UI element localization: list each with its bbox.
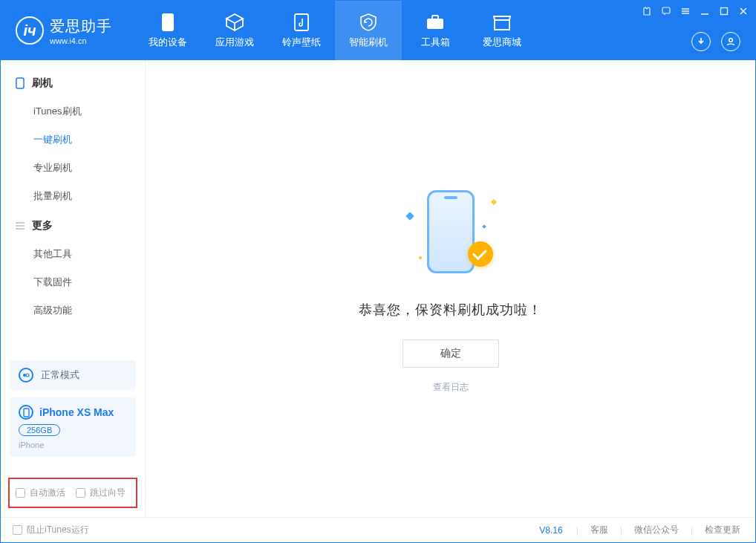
nav-label: 我的设备 bbox=[149, 36, 187, 49]
phone-small-icon bbox=[14, 77, 26, 89]
sidebar-group-more: 更多 bbox=[1, 210, 145, 240]
sidebar-item-itunes-flash[interactable]: iTunes刷机 bbox=[1, 97, 145, 126]
nav-label: 铃声壁纸 bbox=[282, 36, 321, 49]
svg-point-4 bbox=[729, 39, 733, 42]
svg-rect-7 bbox=[16, 78, 24, 88]
ok-button[interactable]: 确定 bbox=[403, 339, 499, 368]
checkbox-auto-activate[interactable]: 自动激活 bbox=[16, 487, 65, 499]
sidebar-item-oneclick-flash[interactable]: 一键刷机 bbox=[1, 126, 145, 154]
sidebar-group-flash: 刷机 bbox=[1, 68, 145, 97]
statusbar: 阻止iTunes运行 V8.16 | 客服 | 微信公众号 | 检查更新 bbox=[1, 517, 755, 542]
close-icon[interactable] bbox=[737, 5, 749, 17]
sidebar-group-title: 刷机 bbox=[32, 77, 53, 90]
maximize-icon[interactable] bbox=[718, 5, 730, 17]
sparkle-icon bbox=[490, 199, 496, 205]
checkbox-skip-guide[interactable]: 跳过向导 bbox=[76, 487, 126, 499]
version-label: V8.16 bbox=[539, 525, 562, 536]
sidebar-device-panel: 正常模式 iPhone XS Max 256GB iPhone bbox=[1, 353, 145, 472]
sidebar: 刷机 iTunes刷机 一键刷机 专业刷机 批量刷机 更多 其他工具 下载固件 … bbox=[1, 60, 146, 517]
download-icon[interactable] bbox=[691, 32, 711, 51]
app-url: www.i4.cn bbox=[50, 36, 112, 45]
svg-rect-5 bbox=[662, 7, 670, 13]
nav-store[interactable]: 爱思商城 bbox=[469, 1, 535, 60]
shirt-icon[interactable] bbox=[641, 5, 653, 17]
music-file-icon bbox=[291, 12, 312, 33]
svg-point-9 bbox=[26, 374, 29, 377]
sparkle-icon bbox=[418, 256, 423, 260]
mode-card[interactable]: 正常模式 bbox=[10, 360, 136, 390]
highlight-options-box: 自动激活 跳过向导 bbox=[8, 478, 137, 508]
minimize-icon[interactable] bbox=[699, 5, 711, 17]
checkbox-icon bbox=[76, 488, 85, 498]
check-badge-icon bbox=[468, 241, 493, 267]
statusbar-link-support[interactable]: 客服 bbox=[587, 524, 611, 536]
svg-rect-6 bbox=[721, 8, 728, 15]
app-name: 爱思助手 bbox=[50, 16, 112, 36]
sparkle-icon bbox=[405, 212, 414, 220]
device-type: iPhone bbox=[19, 440, 44, 449]
body: 刷机 iTunes刷机 一键刷机 专业刷机 批量刷机 更多 其他工具 下载固件 … bbox=[1, 60, 755, 517]
toolbox-icon bbox=[425, 12, 446, 33]
device-capacity: 256GB bbox=[19, 424, 60, 436]
success-illustration bbox=[403, 183, 499, 280]
svg-rect-2 bbox=[427, 19, 443, 29]
nav-label: 智能刷机 bbox=[349, 36, 388, 49]
refresh-shield-icon bbox=[358, 12, 379, 33]
top-nav: 我的设备 应用游戏 铃声壁纸 智能刷机 工具箱 爱思商城 bbox=[134, 1, 535, 60]
nav-my-device[interactable]: 我的设备 bbox=[134, 1, 201, 60]
svg-rect-10 bbox=[24, 409, 29, 417]
sidebar-item-advanced[interactable]: 高级功能 bbox=[1, 296, 145, 325]
app-window: iч 爱思助手 www.i4.cn 我的设备 应用游戏 铃声壁纸 智能刷机 bbox=[0, 0, 756, 543]
logo: iч 爱思助手 www.i4.cn bbox=[1, 16, 127, 45]
sidebar-item-other-tools[interactable]: 其他工具 bbox=[1, 240, 145, 268]
nav-label: 工具箱 bbox=[421, 36, 450, 49]
statusbar-link-update[interactable]: 检查更新 bbox=[702, 524, 743, 536]
sidebar-group-title: 更多 bbox=[32, 219, 53, 233]
window-controls bbox=[641, 5, 749, 17]
sidebar-item-download-firmware[interactable]: 下载固件 bbox=[1, 268, 145, 296]
header-right bbox=[691, 32, 740, 51]
logo-icon: iч bbox=[16, 16, 44, 45]
success-message: 恭喜您，保资料刷机成功啦！ bbox=[359, 301, 542, 319]
nav-smart-flash[interactable]: 智能刷机 bbox=[335, 1, 402, 60]
menu-icon[interactable] bbox=[680, 5, 691, 17]
cube-icon bbox=[224, 12, 245, 33]
nav-label: 应用游戏 bbox=[215, 36, 254, 49]
feedback-icon[interactable] bbox=[660, 5, 672, 17]
nav-apps-games[interactable]: 应用游戏 bbox=[201, 1, 268, 60]
checkbox-icon bbox=[16, 488, 25, 498]
nav-label: 爱思商城 bbox=[483, 36, 521, 49]
main-panel: 恭喜您，保资料刷机成功啦！ 确定 查看日志 bbox=[146, 60, 755, 517]
checkbox-label: 自动激活 bbox=[30, 487, 65, 499]
statusbar-link-wechat[interactable]: 微信公众号 bbox=[631, 524, 682, 536]
view-log-link[interactable]: 查看日志 bbox=[433, 381, 469, 394]
checkbox-icon bbox=[13, 525, 22, 535]
list-icon bbox=[14, 220, 26, 232]
nav-toolbox[interactable]: 工具箱 bbox=[402, 1, 469, 60]
svg-rect-0 bbox=[162, 13, 174, 31]
phone-icon bbox=[157, 12, 178, 33]
header: iч 爱思助手 www.i4.cn 我的设备 应用游戏 铃声壁纸 智能刷机 bbox=[1, 1, 755, 60]
device-phone-icon bbox=[19, 405, 33, 420]
user-icon[interactable] bbox=[721, 32, 740, 51]
store-icon bbox=[492, 12, 512, 33]
sparkle-icon bbox=[482, 224, 486, 229]
svg-rect-3 bbox=[432, 16, 438, 19]
checkbox-label: 阻止iTunes运行 bbox=[27, 524, 89, 536]
checkbox-block-itunes[interactable]: 阻止iTunes运行 bbox=[13, 524, 89, 536]
device-card[interactable]: iPhone XS Max 256GB iPhone bbox=[10, 397, 136, 457]
sidebar-item-pro-flash[interactable]: 专业刷机 bbox=[1, 154, 145, 182]
nav-ringtone-wallpaper[interactable]: 铃声壁纸 bbox=[268, 1, 335, 60]
checkbox-label: 跳过向导 bbox=[90, 487, 126, 499]
phone-illustration-icon bbox=[427, 190, 475, 273]
svg-rect-1 bbox=[295, 14, 308, 30]
mode-label: 正常模式 bbox=[41, 368, 79, 382]
sidebar-item-batch-flash[interactable]: 批量刷机 bbox=[1, 182, 145, 210]
device-name: iPhone XS Max bbox=[39, 406, 114, 418]
mode-icon bbox=[19, 368, 33, 383]
